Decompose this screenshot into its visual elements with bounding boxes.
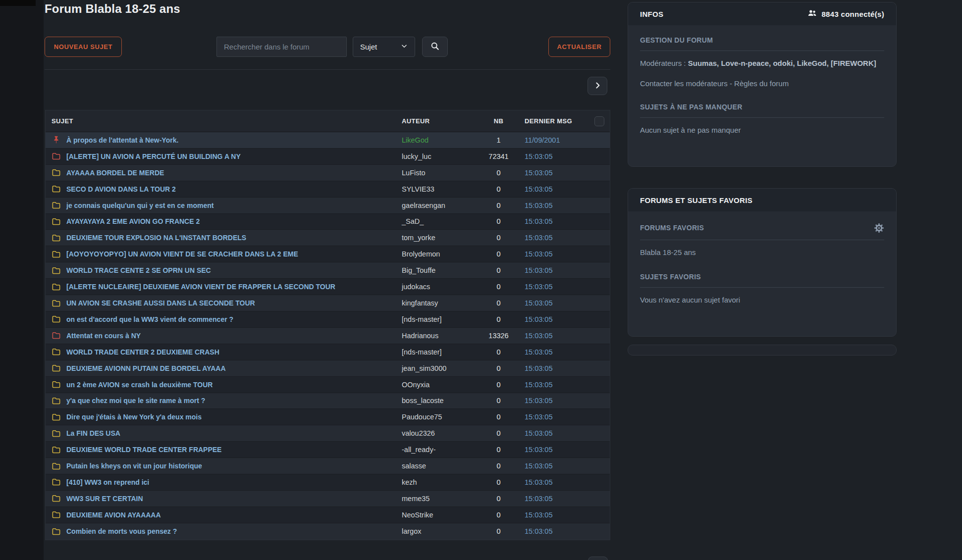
table-row[interactable]: on est d'accord que la WW3 vient de comm… xyxy=(46,311,610,328)
forum-rules-link[interactable]: Règles du forum xyxy=(734,79,789,88)
table-row[interactable]: WORLD TRACE CENTE 2 SE OPRN UN SEC Big_T… xyxy=(46,262,610,279)
topic-last-msg: 15:03:05 xyxy=(520,495,589,503)
table-row[interactable]: Dire que j'étais à New York y'a deux moi… xyxy=(46,409,610,425)
table-row[interactable]: WW3 SUR ET CERTAIN meme35 0 15:03:05 xyxy=(46,491,610,507)
topic-title-link[interactable]: [AOYOYOYOPYO] UN AVION VIENT DE SE CRACH… xyxy=(66,250,298,258)
topic-title-link[interactable]: AYAYAYAYA 2 EME AVION GO FRANCE 2 xyxy=(66,217,200,225)
topic-title-link[interactable]: [ALERTE] UN AVION A PERCUTÉ UN BUILDING … xyxy=(66,153,241,160)
contact-moderators-link[interactable]: Contacter les modérateurs xyxy=(640,79,728,88)
table-row[interactable]: [ALERTE] UN AVION A PERCUTÉ UN BUILDING … xyxy=(46,149,610,165)
table-row[interactable]: Combien de morts vous pensez ? largox 0 … xyxy=(46,523,610,540)
table-row[interactable]: je connais quelqu'un qui y est en ce mom… xyxy=(46,198,610,214)
topic-title-link[interactable]: DEUXIEME TOUR EXPLOSIO NA L'INSTANT BORD… xyxy=(66,234,246,242)
topic-last-msg: 15:03:05 xyxy=(520,364,589,372)
search-button[interactable] xyxy=(422,37,448,57)
table-row[interactable]: DEUXIEME AVIONN PUTAIN DE BORDEL AYAAA j… xyxy=(46,360,610,377)
topic-table-header: SUJET AUTEUR NB DERNIER MSG xyxy=(46,110,610,132)
topic-title-link[interactable]: La FIN DES USA xyxy=(66,429,120,437)
topic-author: judokacs xyxy=(402,283,478,291)
favorite-forum-link[interactable]: Blabla 18-25 ans xyxy=(640,248,696,256)
topic-title-link[interactable]: DEUXIEME AVIONN PUTAIN DE BORDEL AYAAA xyxy=(66,364,226,372)
topic-author: jean_sim3000 xyxy=(402,364,478,372)
new-topic-button[interactable]: NOUVEAU SUJET xyxy=(45,37,122,57)
topic-last-msg: 15:03:05 xyxy=(520,381,589,389)
next-page-button[interactable] xyxy=(588,77,607,95)
table-row[interactable]: DEUXIEME TOUR EXPLOSIO NA L'INSTANT BORD… xyxy=(46,230,610,246)
table-row[interactable]: Putain les kheys on vit un jour historiq… xyxy=(46,458,610,474)
table-row[interactable]: La FIN DES USA valou2326 0 15:03:05 xyxy=(46,425,610,442)
table-row[interactable]: DEUXIEME AVION AYAAAAA NeoStrike 0 15:03… xyxy=(46,507,610,523)
divider xyxy=(640,117,884,118)
topic-title-link[interactable]: À propos de l'attentat à New-York. xyxy=(66,136,178,144)
topic-title-link[interactable]: UN AVION SE CRASHE AUSSI DANS LA SECONDE… xyxy=(66,299,255,307)
table-row[interactable]: DEUXIEME WORLD TRADE CENTER FRAPPEE -all… xyxy=(46,442,610,458)
topic-title-link[interactable]: AYAAAA BORDEL DE MERDE xyxy=(66,169,164,177)
table-row[interactable]: Attentat en cours à NY Hadrianous 13326 … xyxy=(46,328,610,344)
gear-icon[interactable] xyxy=(873,222,884,233)
folder-icon xyxy=(46,363,66,373)
topic-last-msg: 15:03:05 xyxy=(520,250,589,258)
topic-last-msg: 15:03:05 xyxy=(520,315,589,323)
topic-author: tom_yorke xyxy=(402,234,478,242)
topic-title-link[interactable]: je connais quelqu'un qui y est en ce mom… xyxy=(66,202,214,209)
topic-title-link[interactable]: [410] WW3 on reprend ici xyxy=(66,478,149,486)
topic-msg-count: 0 xyxy=(478,381,520,389)
topic-title-link[interactable]: DEUXIEME WORLD TRADE CENTER FRAPPEE xyxy=(66,446,221,454)
search-scope-select[interactable]: Sujet xyxy=(353,37,415,57)
topic-msg-count: 0 xyxy=(478,217,520,225)
topic-msg-count: 72341 xyxy=(478,153,520,160)
table-row[interactable]: y'a que chez moi que le site rame à mort… xyxy=(46,393,610,409)
topic-title-link[interactable]: WORLD TRADE CENTER 2 DEUXIEME CRASH xyxy=(66,348,219,356)
table-row[interactable]: WORLD TRADE CENTER 2 DEUXIEME CRASH [nds… xyxy=(46,344,610,360)
moderation-links: Contacter les modérateurs - Règles du fo… xyxy=(640,78,884,89)
search-input[interactable] xyxy=(216,37,347,57)
topic-title-link[interactable]: WORLD TRACE CENTE 2 SE OPRN UN SEC xyxy=(66,266,211,274)
missable-heading: SUJETS À NE PAS MANQUER xyxy=(640,103,884,111)
topic-title-link[interactable]: Putain les kheys on vit un jour historiq… xyxy=(66,462,202,470)
topic-msg-count: 0 xyxy=(478,397,520,405)
topic-title-link[interactable]: DEUXIEME AVION AYAAAAA xyxy=(66,511,161,519)
topic-msg-count: 0 xyxy=(478,429,520,437)
people-icon xyxy=(807,8,817,20)
select-all-checkbox[interactable] xyxy=(594,116,604,126)
favorite-forums-heading: FORUMS FAVORIS xyxy=(640,224,704,232)
table-row[interactable]: AYAAAA BORDEL DE MERDE LuFisto 0 15:03:0… xyxy=(46,165,610,181)
topic-author: lucky_luc xyxy=(402,153,478,160)
moderators-names: Suumas, Love-n-peace, odoki, LikeGod, [F… xyxy=(688,59,876,67)
search-scope-value: Sujet xyxy=(360,43,377,51)
topic-title-link[interactable]: Dire que j'étais à New York y'a deux moi… xyxy=(66,413,202,421)
table-row[interactable]: [ALERTE NUCLEAIRE] DEUXIEME AVION VIENT … xyxy=(46,279,610,295)
header-last-msg: DERNIER MSG xyxy=(520,117,589,125)
next-page-button-bottom[interactable] xyxy=(588,557,608,560)
topic-author: largox xyxy=(402,527,478,535)
topic-title-link[interactable]: [ALERTE NUCLEAIRE] DEUXIEME AVION VIENT … xyxy=(66,283,335,291)
topic-author: Brolydemon xyxy=(402,250,478,258)
topic-title-link[interactable]: SECO D AVION DANS LA TOUR 2 xyxy=(66,185,176,193)
topic-title-link[interactable]: Combien de morts vous pensez ? xyxy=(66,527,177,535)
topic-title-link[interactable]: y'a que chez moi que le site rame à mort… xyxy=(66,397,205,405)
folder-icon xyxy=(46,510,66,519)
topic-msg-count: 0 xyxy=(478,202,520,209)
table-row[interactable]: AYAYAYAYA 2 EME AVION GO FRANCE 2 _SaD_ … xyxy=(46,214,610,230)
topic-title-link[interactable]: on est d'accord que la WW3 vient de comm… xyxy=(66,315,233,323)
topic-msg-count: 0 xyxy=(478,299,520,307)
topic-last-msg: 15:03:05 xyxy=(520,348,589,356)
missable-empty-text: Aucun sujet à ne pas manquer xyxy=(640,124,884,136)
topic-last-msg: 15:03:05 xyxy=(520,169,589,177)
table-row[interactable]: UN AVION SE CRASHE AUSSI DANS LA SECONDE… xyxy=(46,295,610,311)
folder-icon xyxy=(46,494,66,503)
folder-icon xyxy=(46,201,66,210)
topic-msg-count: 0 xyxy=(478,185,520,193)
table-row[interactable]: [AOYOYOYOPYO] UN AVION VIENT DE SE CRACH… xyxy=(46,246,610,262)
table-row[interactable]: SECO D AVION DANS LA TOUR 2 SYLVIE33 0 1… xyxy=(46,181,610,198)
table-row[interactable]: [410] WW3 on reprend ici kezh 0 15:03:05 xyxy=(46,474,610,491)
topic-title-link[interactable]: Attentat en cours à NY xyxy=(66,332,141,340)
folder-icon xyxy=(46,250,66,259)
table-row[interactable]: À propos de l'attentat à New-York. LikeG… xyxy=(46,132,610,149)
toolbar-divider xyxy=(45,69,610,70)
table-row[interactable]: un 2 ème AVION se crash la deuxième TOUR… xyxy=(46,377,610,393)
topic-author: gaelrasengan xyxy=(402,202,478,209)
topic-title-link[interactable]: WW3 SUR ET CERTAIN xyxy=(66,495,143,503)
topic-title-link[interactable]: un 2 ème AVION se crash la deuxième TOUR xyxy=(66,381,213,389)
refresh-button[interactable]: ACTUALISER xyxy=(548,37,610,57)
